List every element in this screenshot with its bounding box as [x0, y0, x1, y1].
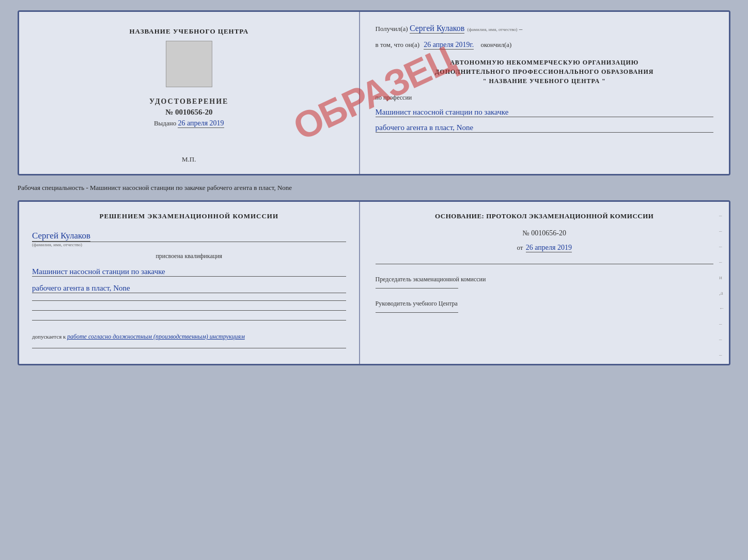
vydano-label: Выдано — [154, 119, 176, 127]
dopusk-text: работе согласно должностным (производств… — [67, 333, 245, 340]
recipient-name-top: Сергей Кулаков — [410, 24, 464, 34]
protocol-date: 26 апреля 2019 — [526, 244, 572, 252]
rukovoditel-label: Руководитель учебного Центра — [376, 299, 713, 308]
dopuskaetsya-block: допускается к работе согласно должностны… — [32, 333, 346, 341]
bottom-doc-left: Решением экзаменационной комиссии Сергей… — [19, 202, 360, 364]
date-completed: 26 апреля 2019г. — [424, 41, 474, 50]
vydano-row: Выдано 26 апреля 2019 — [154, 119, 224, 128]
top-doc-right: Получил(а) Сергей Кулаков (фамилия, имя,… — [360, 12, 729, 174]
udostoverenie-num: № 0010656-20 — [149, 108, 228, 117]
bottom-doc-right: Основание: протокол экзаменационной коми… — [360, 202, 729, 364]
right-edge-dashes: ––––и,а←––– — [719, 212, 725, 358]
okonchil-label: окончил(а) — [480, 41, 511, 49]
center-title: НАЗВАНИЕ УЧЕБНОГО ЦЕНТРА — [129, 27, 248, 36]
profession-line2-bottom: рабочего агента в пласт, None — [32, 284, 346, 293]
dopuskaetsya-label: допускается к — [32, 333, 66, 340]
top-doc-left: НАЗВАНИЕ УЧЕБНОГО ЦЕНТРА УДОСТОВЕРЕНИЕ №… — [19, 12, 360, 174]
dash-top: – — [519, 25, 523, 33]
info-text: Рабочая специальность - Машинист насосно… — [18, 181, 730, 195]
v-tom-row: в том, что он(а) 26 апреля 2019г. окончи… — [376, 41, 713, 50]
mp-row: М.П. — [182, 153, 196, 164]
line-sep-2 — [32, 310, 346, 311]
poluchil-row: Получил(а) Сергей Кулаков (фамилия, имя,… — [376, 24, 713, 34]
recipient-name-bottom: Сергей Кулаков — [32, 231, 90, 242]
udostoverenie-block: УДОСТОВЕРЕНИЕ № 0010656-20 — [149, 98, 228, 117]
poluchil-label: Получил(а) — [376, 25, 408, 33]
info-text-content: Рабочая специальность - Машинист насосно… — [18, 184, 292, 191]
predsedatel-label: Председатель экзаменационной комиссии — [376, 275, 713, 284]
rukovoditel-signature-line — [376, 312, 458, 313]
udostoverenie-title: УДОСТОВЕРЕНИЕ — [149, 98, 228, 106]
protocol-date-row: от 26 апреля 2019 — [376, 244, 713, 252]
bottom-document: Решением экзаменационной комиссии Сергей… — [18, 200, 730, 365]
recipient-block-bottom: Сергей Кулаков (фамилия, имя, отчество) — [32, 231, 346, 247]
protocol-date-prefix: от — [517, 244, 523, 251]
v-tom-label: в том, что он(а) — [376, 41, 420, 49]
predsedatel-block: Председатель экзаменационной комиссии — [376, 275, 713, 289]
profession-line1-top: Машинист насосной станции по закачке — [376, 108, 713, 117]
prisvoena-text: присвоена квалификация — [32, 252, 346, 260]
line-sep-3 — [32, 320, 346, 321]
protocol-num: № 0010656-20 — [376, 229, 713, 237]
org-line3: " НАЗВАНИЕ УЧЕБНОГО ЦЕНТРА " — [376, 76, 713, 86]
stamp-area — [166, 41, 212, 87]
line-sep-4 — [32, 348, 346, 348]
recipient-hint-top: (фамилия, имя, отчество) — [467, 27, 518, 32]
line-sep-1 — [32, 300, 346, 301]
stamp-box — [166, 41, 212, 87]
resheniem-title: Решением экзаменационной комиссии — [32, 212, 346, 220]
top-document: ОБРАЗЕЦ НАЗВАНИЕ УЧЕБНОГО ЦЕНТРА УДОСТОВ… — [18, 10, 730, 175]
profession-line1-bottom: Машинист насосной станции по закачке — [32, 267, 346, 277]
recipient-hint-bottom: (фамилия, имя, отчество) — [32, 242, 346, 247]
predsedatel-signature-line — [376, 288, 458, 289]
org-block: АВТОНОМНУЮ НЕКОММЕРЧЕСКУЮ ОРГАНИЗАЦИЮ ДО… — [376, 58, 713, 86]
org-line1: АВТОНОМНУЮ НЕКОММЕРЧЕСКУЮ ОРГАНИЗАЦИЮ — [376, 58, 713, 67]
org-line2: ДОПОЛНИТЕЛЬНОГО ПРОФЕССИОНАЛЬНОГО ОБРАЗО… — [376, 67, 713, 76]
rukovoditel-block: Руководитель учебного Центра — [376, 299, 713, 313]
profession-line2-top: рабочего агента в пласт, None — [376, 123, 713, 133]
po-professii: по профессии — [376, 94, 713, 102]
vydano-date: 26 апреля 2019 — [178, 119, 224, 128]
osnovanie-title: Основание: протокол экзаменационной коми… — [376, 212, 713, 220]
